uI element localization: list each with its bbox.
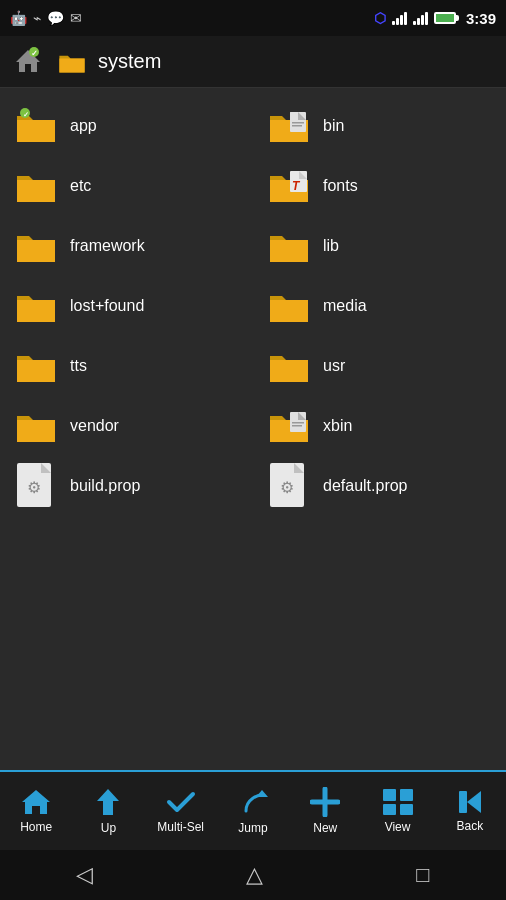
file-name-lostfound: lost+found <box>70 297 144 315</box>
file-grid: ✓ app bin <box>0 88 506 524</box>
android-icon: 🤖 <box>10 10 27 26</box>
file-name-app: app <box>70 117 97 135</box>
file-icon-defaultprop: ⚙ <box>267 466 311 506</box>
svg-rect-29 <box>400 789 413 801</box>
svg-rect-33 <box>459 791 467 813</box>
sys-nav: ◁ △ □ <box>0 850 506 900</box>
file-item-defaultprop[interactable]: ⚙ default.prop <box>253 456 506 516</box>
folder-icon-usr <box>267 346 311 386</box>
file-name-tts: tts <box>70 357 87 375</box>
file-item-usr[interactable]: usr <box>253 336 506 396</box>
svg-rect-15 <box>292 422 304 424</box>
folder-icon-vendor <box>14 406 58 446</box>
multisel-nav-icon <box>166 788 196 816</box>
svg-rect-28 <box>383 789 396 801</box>
svg-rect-16 <box>292 425 302 427</box>
file-name-media: media <box>323 297 367 315</box>
folder-icon-app: ✓ <box>14 106 58 146</box>
status-right-area: ⬡ 3:39 <box>374 10 496 27</box>
file-name-vendor: vendor <box>70 417 119 435</box>
home-nav-icon <box>21 788 51 816</box>
nav-item-multisel[interactable]: Multi-Sel <box>151 780 211 842</box>
usb-icon: ⌁ <box>33 10 41 26</box>
file-name-xbin: xbin <box>323 417 352 435</box>
nav-label-home: Home <box>20 820 52 834</box>
svg-marker-25 <box>256 790 268 797</box>
home-svg: ✓ <box>14 46 42 74</box>
signal-icon <box>413 11 428 25</box>
nav-label-multisel: Multi-Sel <box>157 820 204 834</box>
folder-icon-bin <box>267 106 311 146</box>
nav-label-jump: Jump <box>238 821 267 835</box>
folder-icon-fonts: T <box>267 166 311 206</box>
back-nav-icon <box>453 789 487 815</box>
nav-label-up: Up <box>101 821 116 835</box>
folder-icon-etc <box>14 166 58 206</box>
file-item-media[interactable]: media <box>253 276 506 336</box>
svg-rect-31 <box>400 804 413 815</box>
jump-nav-icon <box>238 787 268 817</box>
home-icon[interactable]: ✓ <box>14 46 46 78</box>
file-name-etc: etc <box>70 177 91 195</box>
nav-item-home[interactable]: Home <box>6 780 66 842</box>
file-icon-buildprop: ⚙ <box>14 466 58 506</box>
folder-icon-tts <box>14 346 58 386</box>
svg-text:⚙: ⚙ <box>27 479 41 496</box>
wifi-icon <box>392 11 407 25</box>
view-nav-icon <box>382 788 414 816</box>
file-name-usr: usr <box>323 357 345 375</box>
up-nav-icon <box>95 787 121 817</box>
file-item-bin[interactable]: bin <box>253 96 506 156</box>
nav-item-back[interactable]: Back <box>440 781 500 841</box>
svg-marker-32 <box>467 791 481 813</box>
file-item-framework[interactable]: framework <box>0 216 253 276</box>
file-item-buildprop[interactable]: ⚙ build.prop <box>0 456 253 516</box>
battery-icon <box>434 12 456 24</box>
nav-item-view[interactable]: View <box>368 780 428 842</box>
status-bar: 🤖 ⌁ 💬 ✉ ⬡ 3:39 <box>0 0 506 36</box>
status-time: 3:39 <box>466 10 496 27</box>
new-nav-icon <box>310 787 340 817</box>
file-item-lostfound[interactable]: lost+found <box>0 276 253 336</box>
file-name-framework: framework <box>70 237 145 255</box>
svg-rect-9 <box>292 125 302 127</box>
file-name-bin: bin <box>323 117 344 135</box>
gmail-icon: ✉ <box>70 10 82 26</box>
folder-header-icon <box>58 48 86 76</box>
nav-item-new[interactable]: New <box>295 779 355 843</box>
file-name-buildprop: build.prop <box>70 477 140 495</box>
svg-text:✓: ✓ <box>31 49 38 58</box>
svg-text:⚙: ⚙ <box>280 479 294 496</box>
nav-item-up[interactable]: Up <box>78 779 138 843</box>
svg-rect-30 <box>383 804 396 815</box>
file-name-defaultprop: default.prop <box>323 477 408 495</box>
svg-marker-24 <box>97 789 119 815</box>
header-title: system <box>98 50 161 73</box>
file-item-xbin[interactable]: xbin <box>253 396 506 456</box>
file-item-vendor[interactable]: vendor <box>0 396 253 456</box>
bottom-nav: Home Up Multi-Sel Jump New <box>0 770 506 850</box>
sys-back-button[interactable]: ◁ <box>56 852 113 898</box>
svg-rect-8 <box>292 122 304 124</box>
bluetooth-icon: ⬡ <box>374 10 386 26</box>
file-item-tts[interactable]: tts <box>0 336 253 396</box>
folder-icon-framework <box>14 226 58 266</box>
file-item-app[interactable]: ✓ app <box>0 96 253 156</box>
folder-icon-lostfound <box>14 286 58 326</box>
folder-icon-media <box>267 286 311 326</box>
sys-home-button[interactable]: △ <box>226 852 283 898</box>
nav-item-jump[interactable]: Jump <box>223 779 283 843</box>
main-content: ✓ app bin <box>0 88 506 770</box>
folder-icon-xbin <box>267 406 311 446</box>
header: ✓ system <box>0 36 506 88</box>
svg-text:✓: ✓ <box>23 111 29 118</box>
nav-label-back: Back <box>456 819 483 833</box>
svg-marker-23 <box>22 790 50 814</box>
file-item-etc[interactable]: etc <box>0 156 253 216</box>
file-name-lib: lib <box>323 237 339 255</box>
file-name-fonts: fonts <box>323 177 358 195</box>
file-item-fonts[interactable]: T fonts <box>253 156 506 216</box>
sys-recents-button[interactable]: □ <box>396 852 449 898</box>
file-item-lib[interactable]: lib <box>253 216 506 276</box>
status-left-icons: 🤖 ⌁ 💬 ✉ <box>10 10 82 26</box>
